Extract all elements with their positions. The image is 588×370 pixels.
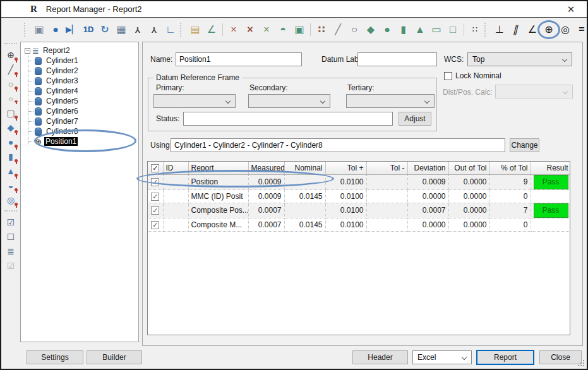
secondary-datum-dropdown[interactable] (248, 94, 330, 108)
intersect-point-icon[interactable]: × (225, 21, 242, 38)
callout-balloon-icon[interactable]: ● (47, 21, 64, 38)
angularity-icon[interactable]: ∠ (524, 21, 541, 38)
header-button[interactable]: Header (352, 350, 408, 364)
verify-disabled-icon[interactable]: ☑ (3, 259, 18, 273)
concentricity-icon[interactable]: ◎ (557, 21, 573, 38)
report-sphere-icon[interactable]: ● (3, 135, 18, 150)
toolbar-drag-handle[interactable] (4, 43, 17, 46)
tree-item-cylinder4[interactable]: Cylinder4 (28, 86, 137, 96)
report-line-icon[interactable]: ╱ (3, 63, 18, 77)
primary-datum-dropdown[interactable] (153, 94, 236, 108)
tree-item-report2[interactable]: −≣Report2 (25, 45, 137, 56)
checked-report-icon[interactable]: ☑ (3, 215, 18, 230)
report-cylinder-icon[interactable]: ▮ (3, 150, 18, 164)
parallelism-icon[interactable]: ∥ (506, 21, 526, 38)
tree-item-cylinder5[interactable]: Cylinder5 (28, 96, 137, 106)
change-button[interactable]: Change (510, 138, 539, 152)
row-checkbox-cell[interactable]: ✓ (148, 174, 163, 189)
toolbar-drag-handle[interactable] (180, 23, 183, 37)
column-header-report[interactable]: Report (188, 162, 248, 174)
expand-collapse-toggle[interactable]: − (25, 48, 30, 54)
circle-feature-icon[interactable]: ○ (346, 21, 363, 38)
row-checkbox[interactable]: ✓ (151, 193, 159, 201)
position-gdt-icon[interactable]: ⊕ (541, 21, 557, 38)
cone-feature-icon[interactable]: ▲ (412, 21, 428, 38)
resize-grip[interactable] (577, 359, 585, 367)
intersect-arrow-icon[interactable]: × (258, 21, 275, 38)
column-header-id[interactable]: ID (163, 162, 188, 174)
play-next-icon[interactable]: ▶▏ (64, 21, 80, 38)
column-header-check[interactable]: ✓ (148, 162, 163, 174)
row-checkbox-cell[interactable]: ✓ (148, 203, 163, 218)
row-checkbox-cell[interactable]: ✓ (148, 218, 163, 231)
row-checkbox[interactable]: ✓ (151, 178, 159, 186)
builder-button[interactable]: Builder (87, 350, 142, 364)
table-row-composite-m[interactable]: ✓Composite M...0.00070.01450.01000.00000… (148, 218, 570, 231)
report-dome-icon[interactable]: ◒ (3, 179, 18, 193)
report-position-icon[interactable]: ⊕ (3, 48, 18, 63)
close-button[interactable]: Close (539, 350, 582, 364)
dome-plus-icon[interactable]: ◓ (275, 21, 291, 38)
column-header-nominal[interactable]: Nominal (284, 162, 325, 174)
table-edit-icon[interactable]: ▦ (113, 21, 129, 38)
perpendicularity-icon[interactable]: ⊥ (491, 21, 508, 38)
report-plane-icon[interactable]: ◆ (3, 121, 18, 135)
symmetry-icon[interactable]: = (573, 21, 588, 38)
screen-capture-icon[interactable]: ▣ (31, 21, 47, 38)
tree-item-cylinder1[interactable]: Cylinder1 (28, 56, 137, 66)
list-items-icon[interactable]: ≣ (3, 244, 18, 259)
adjust-button[interactable]: Adjust (399, 112, 431, 126)
tree-item-cylinder8[interactable]: Cylinder8 (28, 126, 137, 136)
one-d-dimension-icon[interactable]: 1D (80, 21, 97, 38)
tree-item-cylinder7[interactable]: Cylinder7 (28, 116, 137, 126)
report-button[interactable]: Report (476, 350, 534, 365)
empty-box-icon[interactable]: ☐ (3, 230, 18, 244)
dots-grid-icon[interactable]: ∷ (467, 21, 483, 38)
toolbar-drag-handle[interactable] (4, 210, 17, 213)
tertiary-datum-dropdown[interactable] (346, 94, 435, 108)
column-header-tol_minus[interactable]: Tol - (366, 162, 407, 174)
tree-item-cylinder6[interactable]: Cylinder6 (28, 106, 137, 116)
chart-axes-icon[interactable]: ∟ (162, 21, 179, 38)
wcs-dropdown[interactable]: Top (467, 52, 572, 66)
datum-label-input[interactable] (357, 52, 437, 66)
slot-feature-icon[interactable]: ▭ (428, 21, 445, 38)
column-header-deviation[interactable]: Deviation (407, 162, 448, 174)
ruler-measure-icon[interactable]: ▤ (187, 21, 203, 38)
line-feature-icon[interactable]: ╱ (330, 21, 346, 38)
export-format-dropdown[interactable]: Excel (412, 350, 472, 364)
axis-square-icon[interactable]: Y (146, 21, 162, 38)
rectangle-feature-icon[interactable]: □ (445, 21, 461, 38)
name-input[interactable] (176, 52, 302, 66)
row-checkbox-cell[interactable]: ✓ (148, 189, 163, 203)
toolbar-drag-handle[interactable] (484, 23, 488, 37)
column-header-measured[interactable]: Measured (248, 162, 284, 174)
points-cloud-icon[interactable]: ∷ (313, 21, 330, 38)
tree-item-cylinder3[interactable]: Cylinder3 (28, 76, 137, 86)
lock-nominal-checkbox[interactable]: Lock Nominal (444, 71, 501, 80)
row-checkbox[interactable]: ✓ (151, 206, 159, 215)
table-row-position[interactable]: ✓Position0.00090.01000.00090.00009Pass (148, 174, 570, 189)
report-cone-icon[interactable]: ▲ (3, 164, 18, 179)
column-header-pct_of_tol[interactable]: % of Tol (489, 162, 531, 174)
cross-lines-icon[interactable]: × (242, 21, 258, 38)
close-window-button[interactable]: ✕ (560, 1, 582, 17)
rotate-view-icon[interactable]: ↻ (97, 21, 113, 38)
tree-item-cylinder2[interactable]: Cylinder2 (28, 66, 137, 76)
column-header-tol_plus[interactable]: Tol + (325, 162, 366, 174)
column-header-out_of_tol[interactable]: Out of Tol (448, 162, 489, 174)
report-torus-icon[interactable]: ◎ (3, 193, 18, 208)
tree-item-position1[interactable]: ⊕Position1 (28, 136, 137, 146)
report-slot-icon[interactable]: ▢ (3, 106, 18, 121)
table-row-composite-pos[interactable]: ✓Composite Pos...0.00070.01000.00070.000… (148, 203, 570, 218)
plane-feature-icon[interactable]: ◆ (363, 21, 379, 38)
settings-button[interactable]: Settings (27, 350, 83, 364)
row-checkbox[interactable]: ✓ (151, 221, 159, 229)
axis-circle-icon[interactable]: Y (129, 21, 146, 38)
report-ellipse-icon[interactable]: ○ (3, 93, 18, 104)
status-input[interactable] (183, 112, 393, 126)
sphere-feature-icon[interactable]: ● (379, 21, 395, 38)
using-input[interactable] (171, 138, 505, 152)
column-header-result[interactable]: Result (531, 162, 570, 174)
report-circle-icon[interactable]: ○ (3, 77, 18, 92)
